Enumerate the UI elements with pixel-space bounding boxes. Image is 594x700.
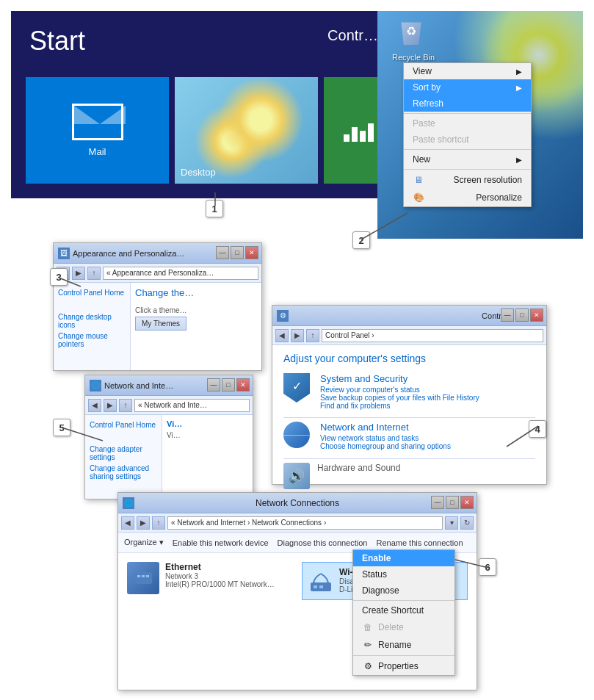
context-sort-by[interactable]: Sort by ▶ (404, 79, 531, 95)
delete-icon: 🗑 (362, 621, 374, 633)
hardware-sound-link[interactable]: Hardware and Sound (317, 463, 535, 473)
nw-address-path[interactable]: « Network and Inte… (134, 399, 250, 412)
desktop-context-menu: View ▶ Sort by ▶ Refresh Paste Paste sho… (403, 62, 532, 207)
wifi-create-shortcut-item[interactable]: Create Shortcut (353, 602, 454, 618)
wifi-properties-item[interactable]: ⚙ Properties (353, 657, 454, 675)
context-screen-resolution[interactable]: 🖥 Screen resolution (404, 171, 531, 189)
nc-maximize-button[interactable]: □ (446, 496, 459, 509)
context-refresh[interactable]: Refresh (404, 95, 531, 112)
wifi-status-item[interactable]: Status (353, 566, 454, 582)
close-button[interactable]: ✕ (245, 246, 258, 259)
start-title: Start (15, 15, 100, 68)
wifi-enable-item[interactable]: Enable (353, 550, 454, 566)
wc-sep1 (353, 600, 454, 601)
change-desktop-icons-link[interactable]: Change desktop icons (58, 311, 126, 331)
diagnose-connection-button[interactable]: Diagnose this connection (278, 538, 368, 547)
appearance-titlebar: 🖼 Appearance and Personaliza… — □ ✕ (54, 243, 261, 264)
nc-forward-button[interactable]: ▶ (137, 516, 150, 530)
bar-chart-icon (344, 120, 374, 142)
context-view-arrow: ▶ (516, 68, 522, 76)
cp-content: Adjust your computer's settings System a… (272, 345, 546, 504)
wifi-rename-item[interactable]: ✏ Rename (353, 636, 454, 654)
hardware-sound-text: Hardware and Sound (317, 463, 535, 473)
tile-chart[interactable] (324, 77, 385, 184)
homegroup-link[interactable]: Choose homegroup and sharing options (320, 442, 535, 450)
system-security-link[interactable]: System and Security (320, 373, 535, 384)
nw-close-button[interactable]: ✕ (236, 378, 250, 392)
maximize-button[interactable]: □ (231, 246, 244, 259)
network-win-controls: — □ ✕ (207, 378, 250, 392)
step-badge-3: 3 (50, 268, 68, 286)
wifi-delete-label: Delete (378, 622, 404, 632)
cp-forward-button[interactable]: ▶ (291, 329, 304, 342)
nw-forward-button[interactable]: ▶ (104, 399, 117, 412)
step-badge-6: 6 (479, 558, 496, 576)
context-new[interactable]: New ▶ (404, 151, 531, 167)
wifi-diagnose-item[interactable]: Diagnose (353, 582, 454, 599)
nw-maximize-button[interactable]: □ (222, 378, 235, 392)
ethernet-adapter[interactable]: Ethernet Network 3 Intel(R) PRO/1000 MT … (127, 562, 293, 681)
nc-minimize-button[interactable]: — (431, 496, 444, 509)
network-internet-text: Network and Internet View network status… (320, 422, 535, 450)
cp-up-button[interactable]: ↑ (306, 329, 319, 342)
bar3 (360, 131, 366, 142)
fix-problems-link[interactable]: Find and fix problems (320, 402, 535, 410)
tile-desktop[interactable]: Desktop (175, 77, 318, 184)
wifi-create-shortcut-label: Create Shortcut (362, 605, 424, 616)
diagnose-label: Diagnose this connection (278, 538, 368, 547)
recycle-bin-shape (399, 17, 424, 45)
hardware-sound-category: 🔊 Hardware and Sound (283, 463, 535, 489)
step-badge-1: 1 (206, 200, 223, 217)
context-paste[interactable]: Paste (404, 115, 531, 131)
up-button[interactable]: ↑ (87, 267, 101, 280)
change-advanced-sharing-link[interactable]: Change advanced sharing settings (90, 463, 157, 482)
nw-up-button[interactable]: ↑ (119, 399, 132, 412)
cp-minimize-button[interactable]: — (501, 308, 514, 322)
change-theme-title: Change the… (135, 287, 257, 298)
cp-maximize-button[interactable]: □ (515, 308, 529, 322)
network-internet-link[interactable]: Network and Internet (320, 422, 535, 433)
badge-6-label: 6 (485, 562, 490, 573)
nw-back-button[interactable]: ◀ (88, 399, 101, 412)
wifi-rename-with-icon: ✏ Rename (362, 639, 446, 651)
cp-back-button[interactable]: ◀ (275, 329, 289, 342)
change-mouse-pointers-link[interactable]: Change mouse pointers (58, 331, 126, 350)
nc-back-button[interactable]: ◀ (121, 516, 134, 530)
tile-mail-label: Mail (89, 146, 106, 157)
view-network-status-link[interactable]: View network status and tasks (320, 434, 535, 442)
recycle-bin[interactable]: Recycle Bin (392, 17, 435, 62)
enable-device-label: Enable this network device (173, 538, 269, 547)
nw-control-panel-home-link[interactable]: Control Panel Home (90, 419, 157, 430)
backup-link[interactable]: Save backup copies of your files with Fi… (320, 394, 535, 402)
review-status-link[interactable]: Review your computer's status (320, 386, 535, 394)
badge-5-label: 5 (59, 422, 64, 433)
context-sep1 (404, 113, 531, 114)
control-panel-icon: ⚙ (277, 310, 289, 322)
network-view-title: Vi… (167, 419, 248, 428)
cp-main-title: Adjust your computer's settings (283, 353, 535, 364)
change-adapter-settings-link[interactable]: Change adapter settings (90, 444, 157, 463)
rename-label: Rename this connection (376, 538, 463, 547)
nc-up-button[interactable]: ↑ (152, 516, 165, 530)
wifi-delete-item[interactable]: 🗑 Delete (353, 618, 454, 636)
nw-minimize-button[interactable]: — (207, 378, 220, 392)
cp-close-button[interactable]: ✕ (530, 308, 543, 322)
context-personalize[interactable]: 🎨 Personalize (404, 189, 531, 206)
cp-address-path[interactable]: Control Panel › (322, 329, 543, 342)
tile-mail[interactable]: Mail (26, 77, 169, 184)
control-panel-home-link[interactable]: Control Panel Home (58, 287, 126, 298)
enable-device-button[interactable]: Enable this network device (173, 538, 269, 547)
svg-rect-5 (314, 585, 317, 588)
rename-connection-button[interactable]: Rename this connection (376, 538, 463, 547)
nc-close-button[interactable]: ✕ (460, 496, 474, 509)
context-paste-shortcut[interactable]: Paste shortcut (404, 131, 531, 148)
address-path[interactable]: « Appearance and Personaliza… (103, 267, 258, 280)
nc-address-path[interactable]: « Network and Internet › Network Connect… (167, 516, 443, 530)
nc-refresh-button[interactable]: ↻ (460, 516, 474, 530)
organize-button[interactable]: Organize ▾ (124, 538, 164, 547)
nc-dropdown-button[interactable]: ▾ (445, 516, 458, 530)
context-view[interactable]: View ▶ (404, 63, 531, 79)
my-themes-button[interactable]: My Themes (135, 317, 186, 331)
minimize-button[interactable]: — (216, 246, 229, 259)
forward-button[interactable]: ▶ (72, 267, 85, 280)
